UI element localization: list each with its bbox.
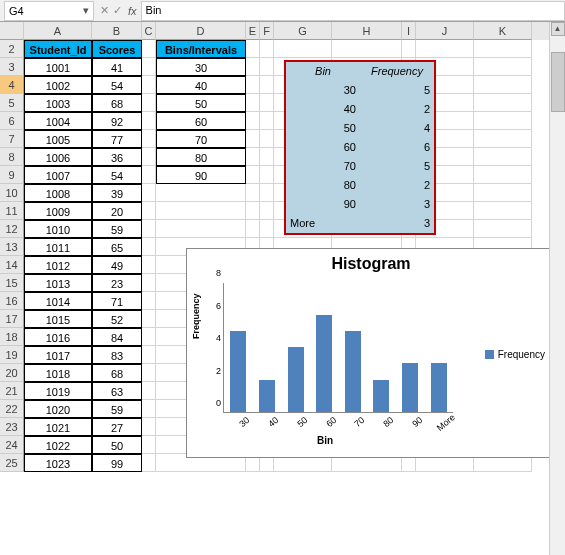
row-header[interactable]: 18 bbox=[0, 328, 24, 346]
cell-K5[interactable] bbox=[474, 94, 532, 112]
cell-A17[interactable]: 1015 bbox=[24, 310, 92, 328]
cell-A11[interactable]: 1009 bbox=[24, 202, 92, 220]
cell-A22[interactable]: 1020 bbox=[24, 400, 92, 418]
cell-C11[interactable] bbox=[142, 202, 156, 220]
chart-bar[interactable] bbox=[345, 331, 361, 412]
column-header-D[interactable]: D bbox=[156, 22, 246, 40]
cell-C20[interactable] bbox=[142, 364, 156, 382]
column-header-K[interactable]: K bbox=[474, 22, 532, 40]
cell-C9[interactable] bbox=[142, 166, 156, 184]
cell-K3[interactable] bbox=[474, 58, 532, 76]
cell-C15[interactable] bbox=[142, 274, 156, 292]
row-header[interactable]: 14 bbox=[0, 256, 24, 274]
fx-icon[interactable]: fx bbox=[128, 5, 137, 17]
cell-A16[interactable]: 1014 bbox=[24, 292, 92, 310]
scroll-thumb[interactable] bbox=[551, 52, 565, 112]
cell-E10[interactable] bbox=[246, 184, 260, 202]
row-header[interactable]: 20 bbox=[0, 364, 24, 382]
cell-B15[interactable]: 23 bbox=[92, 274, 142, 292]
cell-A23[interactable]: 1021 bbox=[24, 418, 92, 436]
cell-B6[interactable]: 92 bbox=[92, 112, 142, 130]
row-header[interactable]: 11 bbox=[0, 202, 24, 220]
row-header[interactable]: 25 bbox=[0, 454, 24, 472]
cell-A13[interactable]: 1011 bbox=[24, 238, 92, 256]
cell-B10[interactable]: 39 bbox=[92, 184, 142, 202]
cell-K8[interactable] bbox=[474, 148, 532, 166]
accept-icon[interactable]: ✓ bbox=[113, 4, 122, 17]
cell-K7[interactable] bbox=[474, 130, 532, 148]
select-all[interactable] bbox=[0, 22, 24, 40]
cell-C4[interactable] bbox=[142, 76, 156, 94]
chart-bar[interactable] bbox=[230, 331, 246, 412]
cell-C22[interactable] bbox=[142, 400, 156, 418]
cell-F4[interactable] bbox=[260, 76, 274, 94]
row-header[interactable]: 21 bbox=[0, 382, 24, 400]
column-header-J[interactable]: J bbox=[416, 22, 474, 40]
chart-bar[interactable] bbox=[431, 363, 447, 412]
cell-D11[interactable] bbox=[156, 202, 246, 220]
column-header-C[interactable]: C bbox=[142, 22, 156, 40]
row-header[interactable]: 22 bbox=[0, 400, 24, 418]
cell-B23[interactable]: 27 bbox=[92, 418, 142, 436]
cell-I2[interactable] bbox=[402, 40, 416, 58]
cell-B4[interactable]: 54 bbox=[92, 76, 142, 94]
row-header[interactable]: 16 bbox=[0, 292, 24, 310]
row-header[interactable]: 12 bbox=[0, 220, 24, 238]
cell-C24[interactable] bbox=[142, 436, 156, 454]
cell-D5[interactable]: 50 bbox=[156, 94, 246, 112]
cell-C10[interactable] bbox=[142, 184, 156, 202]
cell-E4[interactable] bbox=[246, 76, 260, 94]
cell-A6[interactable]: 1004 bbox=[24, 112, 92, 130]
cell-F8[interactable] bbox=[260, 148, 274, 166]
cell-D3[interactable]: 30 bbox=[156, 58, 246, 76]
cell-C5[interactable] bbox=[142, 94, 156, 112]
cell-E3[interactable] bbox=[246, 58, 260, 76]
cell-C19[interactable] bbox=[142, 346, 156, 364]
cell-C8[interactable] bbox=[142, 148, 156, 166]
row-header[interactable]: 19 bbox=[0, 346, 24, 364]
column-header-F[interactable]: F bbox=[260, 22, 274, 40]
cell-J2[interactable] bbox=[416, 40, 474, 58]
cell-B19[interactable]: 83 bbox=[92, 346, 142, 364]
cell-E7[interactable] bbox=[246, 130, 260, 148]
cell-D6[interactable]: 60 bbox=[156, 112, 246, 130]
cell-D9[interactable]: 90 bbox=[156, 166, 246, 184]
cell-A10[interactable]: 1008 bbox=[24, 184, 92, 202]
cell-A20[interactable]: 1018 bbox=[24, 364, 92, 382]
scroll-up-icon[interactable]: ▲ bbox=[551, 22, 565, 36]
cell-D4[interactable]: 40 bbox=[156, 76, 246, 94]
row-header[interactable]: 8 bbox=[0, 148, 24, 166]
cell-E5[interactable] bbox=[246, 94, 260, 112]
cell-C2[interactable] bbox=[142, 40, 156, 58]
chart-bar[interactable] bbox=[402, 363, 418, 412]
cell-B18[interactable]: 84 bbox=[92, 328, 142, 346]
row-header[interactable]: 24 bbox=[0, 436, 24, 454]
cell-G2[interactable] bbox=[274, 40, 332, 58]
row-header[interactable]: 5 bbox=[0, 94, 24, 112]
cell-B12[interactable]: 59 bbox=[92, 220, 142, 238]
vertical-scrollbar[interactable]: ▲ bbox=[549, 22, 565, 555]
name-box[interactable]: G4 ▾ bbox=[4, 1, 94, 21]
cell-B21[interactable]: 63 bbox=[92, 382, 142, 400]
cell-K10[interactable] bbox=[474, 184, 532, 202]
cell-B17[interactable]: 52 bbox=[92, 310, 142, 328]
cell-B22[interactable]: 59 bbox=[92, 400, 142, 418]
cell-A7[interactable]: 1005 bbox=[24, 130, 92, 148]
column-header-A[interactable]: A bbox=[24, 22, 92, 40]
cell-B24[interactable]: 50 bbox=[92, 436, 142, 454]
cell-C14[interactable] bbox=[142, 256, 156, 274]
cell-B3[interactable]: 41 bbox=[92, 58, 142, 76]
row-header[interactable]: 7 bbox=[0, 130, 24, 148]
cell-K11[interactable] bbox=[474, 202, 532, 220]
chart-bar[interactable] bbox=[259, 380, 275, 413]
cell-E11[interactable] bbox=[246, 202, 260, 220]
cell-A3[interactable]: 1001 bbox=[24, 58, 92, 76]
cell-C7[interactable] bbox=[142, 130, 156, 148]
cell-A8[interactable]: 1006 bbox=[24, 148, 92, 166]
cell-F10[interactable] bbox=[260, 184, 274, 202]
cell-E2[interactable] bbox=[246, 40, 260, 58]
dropdown-icon[interactable]: ▾ bbox=[83, 4, 89, 17]
row-header[interactable]: 2 bbox=[0, 40, 24, 58]
cell-K6[interactable] bbox=[474, 112, 532, 130]
cell-F7[interactable] bbox=[260, 130, 274, 148]
